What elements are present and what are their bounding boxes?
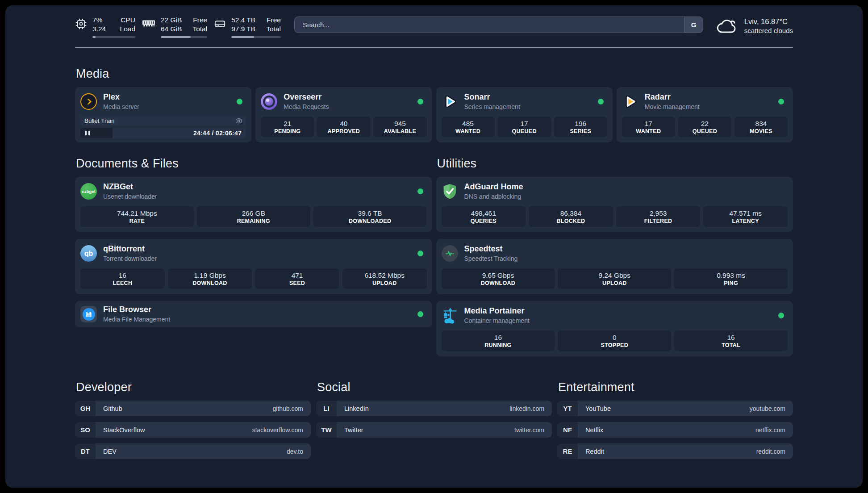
stat-box: 196 SERIES	[554, 117, 607, 137]
app-titles: NZBGet Usenet downloader	[103, 182, 157, 201]
stat-label: LEECH	[113, 280, 132, 286]
stat-label: DOWNLOADED	[349, 218, 391, 224]
stat-box: 21 PENDING	[261, 117, 314, 137]
stat-value: 21	[284, 120, 291, 128]
search-input[interactable]	[295, 17, 684, 33]
stat-value: 9.24 Gbps	[598, 272, 630, 280]
bookmark-url: reddit.com	[756, 448, 785, 455]
app-card-radarr[interactable]: Radarr Movie management 17 WANTED 22 QUE…	[617, 87, 793, 142]
section-title-media: Media	[76, 66, 793, 81]
stat-box: 17 QUEUED	[498, 117, 551, 137]
app-description: Container management	[464, 317, 530, 325]
weather-text: Lviv, 16.87°C scattered clouds	[744, 17, 793, 35]
stat-box: 16 RUNNING	[442, 330, 555, 351]
qbittorrent-logo-icon: qb	[80, 245, 97, 262]
bookmark-reddit[interactable]: RE Reddit reddit.com	[557, 443, 793, 459]
status-online-dot	[417, 188, 423, 194]
stat-value: 1.19 Gbps	[194, 272, 226, 280]
section-social: Social LI LinkedIn linkedin.com TW Twitt…	[316, 380, 552, 459]
app-description: Torrent downloader	[103, 255, 157, 263]
stat-value: 16	[494, 334, 502, 342]
stat-box: 2,953 FILTERED	[616, 206, 701, 227]
topbar-divider	[75, 47, 793, 48]
ram-progress-bar	[161, 36, 207, 38]
stat-value: 9.65 Gbps	[482, 272, 514, 280]
google-search-engine-button[interactable]: G	[684, 17, 703, 33]
section-title-social: Social	[317, 380, 552, 395]
app-card-media-portainer[interactable]: Media Portainer Container management 16 …	[436, 301, 793, 356]
stat-label: TOTAL	[722, 342, 740, 348]
bookmark-linkedin[interactable]: LI LinkedIn linkedin.com	[316, 401, 552, 416]
cpu-load-label: Load	[120, 25, 135, 33]
app-card-nzbget[interactable]: nzbget NZBGet Usenet downloader 744.21 M…	[75, 177, 432, 232]
search-bar: G	[294, 17, 703, 33]
bookmark-main: Github github.com	[96, 401, 311, 416]
adguard-shield-icon	[442, 183, 458, 200]
stat-label: DOWNLOAD	[481, 280, 515, 286]
status-online-dot	[417, 251, 423, 256]
stats-row: 16 RUNNING 0 STOPPED 16 TOTAL	[442, 330, 788, 351]
stat-value: 0	[613, 334, 617, 342]
stat-box: 9.65 Gbps DOWNLOAD	[442, 268, 555, 289]
app-card-file-browser[interactable]: File Browser Media File Management	[75, 301, 432, 327]
app-card-overseerr[interactable]: Overseerr Media Requests 21 PENDING 40 A…	[255, 87, 432, 142]
bookmark-name: Reddit	[585, 448, 604, 455]
bookmark-netflix[interactable]: NF Netflix netflix.com	[557, 422, 793, 438]
app-card-plex[interactable]: Plex Media server Bullet Train	[75, 87, 251, 142]
status-online-dot	[237, 99, 242, 104]
stat-value: 266 GB	[242, 209, 265, 217]
ram-stat-body: 22 GiB 64 GiB Free Total	[161, 16, 207, 38]
stat-box: 471 SEED	[255, 268, 339, 289]
stat-value: 485	[462, 120, 474, 128]
bookmark-main: Twitter twitter.com	[337, 422, 552, 438]
pause-button[interactable]	[80, 131, 90, 135]
stat-box: 266 GB REMAINING	[197, 206, 310, 227]
stat-box: 945 AVAILABLE	[373, 117, 426, 137]
app-titles: Sonarr Series management	[464, 92, 520, 111]
app-name: Plex	[103, 92, 139, 102]
bookmark-abbr: SO	[75, 422, 96, 438]
app-name: AdGuard Home	[464, 182, 523, 192]
bookmark-stackoverflow[interactable]: SO StackOverflow stackoverflow.com	[75, 422, 311, 438]
cpu-usage-label: CPU	[120, 16, 135, 25]
stat-box: 47.571 ms LATENCY	[703, 206, 788, 227]
bookmark-name: StackOverflow	[103, 426, 145, 434]
stat-value: 17	[645, 120, 652, 128]
app-name: qBittorrent	[103, 244, 157, 254]
stats-row: 17 WANTED 22 QUEUED 834 MOVIES	[622, 117, 788, 137]
bookmark-main: Reddit reddit.com	[578, 443, 793, 459]
stat-box: 16 LEECH	[80, 268, 165, 289]
speedtest-pulse-icon	[442, 245, 458, 262]
bookmark-url: github.com	[273, 405, 303, 412]
app-card-adguard-home[interactable]: AdGuard Home DNS and adblocking 498,461 …	[436, 177, 793, 232]
weather-condition: scattered clouds	[744, 26, 793, 35]
bookmark-github[interactable]: GH Github github.com	[75, 401, 311, 416]
stat-label: SEED	[289, 280, 305, 286]
stat-label: RUNNING	[484, 342, 511, 348]
stat-box: 22 QUEUED	[678, 117, 731, 137]
bookmark-main: StackOverflow stackoverflow.com	[96, 422, 311, 438]
stat-value: 47.571 ms	[729, 209, 761, 217]
stat-value: 498,461	[471, 209, 496, 217]
stat-value: 22	[701, 120, 709, 128]
ram-free-value: 22 GiB	[161, 16, 182, 25]
cpu-stat-body: 7% 3.24 CPU Load	[92, 16, 135, 38]
bookmark-dev-to[interactable]: DT DEV dev.to	[75, 443, 311, 459]
app-card-speedtest[interactable]: Speedtest Speedtest Tracking 9.65 Gbps D…	[436, 239, 793, 294]
cpu-progress-bar	[92, 36, 135, 38]
app-card-sonarr[interactable]: Sonarr Series management 485 WANTED 17 Q…	[436, 87, 613, 142]
app-card-qbittorrent[interactable]: qb qBittorrent Torrent downloader 16 LEE…	[75, 239, 432, 294]
bookmark-youtube[interactable]: YT YouTube youtube.com	[557, 401, 793, 416]
stat-value: 40	[340, 120, 347, 128]
weather-widget: Lviv, 16.87°C scattered clouds	[716, 16, 793, 36]
section-entertainment: Entertainment YT YouTube youtube.com NF …	[557, 380, 793, 459]
stat-label: PENDING	[274, 128, 300, 134]
stat-label: REMAINING	[237, 218, 270, 224]
stat-box: 9.24 Gbps UPLOAD	[558, 268, 671, 289]
disk-stat-group: 52.4 TB 97.9 TB Free Total	[214, 16, 281, 38]
bookmark-twitter[interactable]: TW Twitter twitter.com	[316, 422, 552, 438]
stat-box: 834 MOVIES	[734, 117, 788, 137]
stats-row: 16 LEECH 1.19 Gbps DOWNLOAD 471 SEED 6	[80, 268, 427, 289]
stat-value: 17	[520, 120, 528, 128]
stat-value: 16	[727, 334, 734, 342]
